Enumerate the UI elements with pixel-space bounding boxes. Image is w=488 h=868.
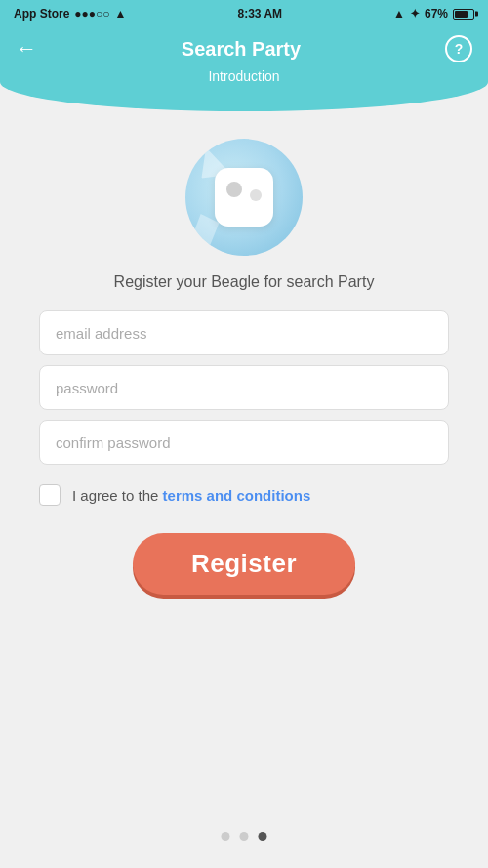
terms-link[interactable]: terms and conditions [163,487,311,504]
location-icon: ▲ [393,7,405,21]
page-dots [222,832,267,841]
logo-background [185,139,303,256]
battery-label: 67% [425,7,448,21]
header-nav: ← Search Party ? [16,27,472,66]
terms-prefix: I agree to the [72,487,163,504]
battery-icon [453,9,474,20]
page-dot-2 [240,832,249,841]
back-button[interactable]: ← [16,38,37,60]
status-bar: App Store ●●●○○ ▲ 8:33 AM ▲ ✦ 67% [0,0,488,27]
terms-checkbox[interactable] [39,484,61,506]
header-title: Search Party [37,38,445,61]
carrier-label: App Store [14,7,69,21]
register-button[interactable]: Register [133,533,355,595]
status-time: 8:33 AM [237,7,282,21]
email-input[interactable] [39,310,449,355]
signal-dots: ●●●○○ [74,7,109,21]
register-description: Register your Beagle for search Party [114,273,375,291]
status-right: ▲ ✦ 67% [393,7,474,21]
confirm-password-field-group [39,420,449,465]
device-icon [215,168,273,227]
help-button[interactable]: ? [445,35,472,62]
logo-container [185,139,303,256]
page-dot-1 [222,832,230,841]
terms-label: I agree to the terms and conditions [72,487,310,504]
confirm-password-input[interactable] [39,420,449,465]
bluetooth-icon: ✦ [410,7,420,21]
password-input[interactable] [39,365,449,410]
main-content: Register your Beagle for search Party I … [0,111,488,595]
email-field-group [39,310,449,355]
password-field-group [39,365,449,410]
status-left: App Store ●●●○○ ▲ [14,7,126,21]
wifi-icon: ▲ [115,7,127,21]
page-dot-3 [259,832,267,841]
terms-row: I agree to the terms and conditions [39,484,449,506]
header-subtitle: Introduction [16,68,472,84]
header: ← Search Party ? Introduction [0,27,488,111]
